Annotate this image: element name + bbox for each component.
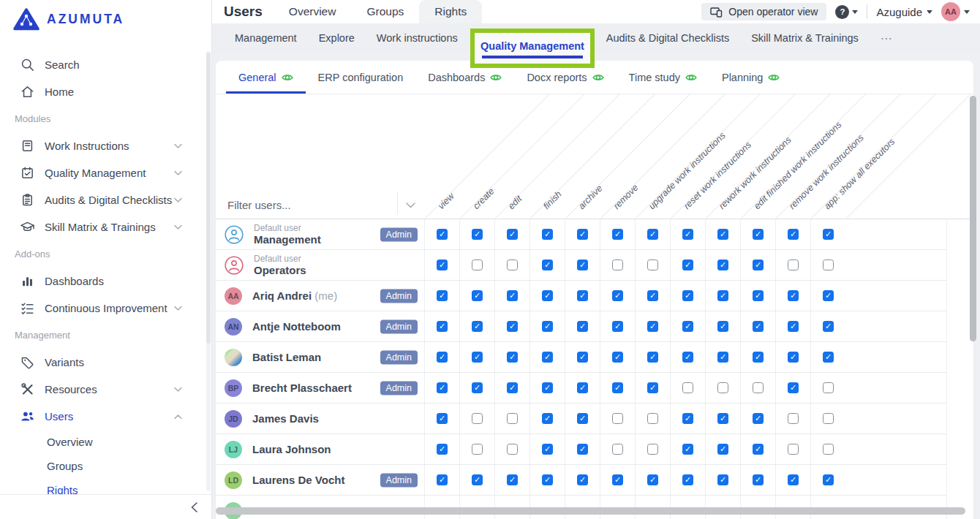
checkbox-edit-checked[interactable] (507, 382, 518, 393)
module-tab-more[interactable]: ⋯ (870, 31, 905, 45)
checkbox-app-show-all-executors-checked[interactable] (823, 290, 834, 301)
checkbox-rework-work-instructions-checked[interactable] (717, 413, 728, 424)
checkbox-finish-checked[interactable] (542, 290, 553, 301)
checkbox-reset-work-instructions-checked[interactable] (682, 321, 693, 332)
checkbox-view-checked[interactable] (437, 382, 448, 393)
checkbox-archive-checked[interactable] (577, 321, 588, 332)
checkbox-finish-checked[interactable] (542, 260, 553, 270)
checkbox-create-checked[interactable] (472, 321, 483, 332)
checkbox-view-checked[interactable] (437, 474, 448, 485)
module-tab-work-instructions[interactable]: Work instructions (366, 32, 469, 44)
checkbox-remove-work-instructions-checked[interactable] (788, 321, 799, 332)
sub-tab-time-study[interactable]: Time study (617, 61, 709, 94)
sidebar-item-resources[interactable]: Resources (0, 376, 206, 403)
checkbox-remove-checked[interactable] (612, 352, 623, 363)
checkbox-rework-work-instructions-unchecked[interactable] (717, 382, 728, 393)
filter-users-input[interactable] (227, 199, 385, 211)
checkbox-archive-checked[interactable] (577, 352, 588, 363)
help-button[interactable]: ? (835, 5, 858, 19)
checkbox-finish-checked[interactable] (542, 382, 553, 393)
checkbox-remove-work-instructions-unchecked[interactable] (788, 444, 799, 455)
checkbox-view-checked[interactable] (437, 229, 448, 240)
sidebar-item-dashboards[interactable]: Dashboards (0, 268, 206, 295)
checkbox-finish-checked[interactable] (542, 444, 553, 455)
checkbox-edit-finished-work-instructions-checked[interactable] (753, 290, 764, 301)
checkbox-remove-work-instructions-checked[interactable] (788, 382, 799, 393)
checkbox-edit-unchecked[interactable] (507, 413, 518, 424)
checkbox-edit-finished-work-instructions-checked[interactable] (753, 321, 764, 332)
checkbox-archive-checked[interactable] (577, 444, 588, 455)
checkbox-reset-work-instructions-checked[interactable] (682, 474, 693, 485)
checkbox-edit-finished-work-instructions-unchecked[interactable] (753, 382, 764, 393)
checkbox-remove-work-instructions-checked[interactable] (788, 229, 799, 240)
checkbox-upgrade-work-instructions-checked[interactable] (647, 321, 658, 332)
checkbox-archive-checked[interactable] (577, 260, 588, 270)
azumuta-logo[interactable]: AZUMUTA (13, 8, 124, 31)
checkbox-app-show-all-executors-unchecked[interactable] (823, 444, 834, 455)
checkbox-upgrade-work-instructions-checked[interactable] (647, 229, 658, 240)
checkbox-finish-checked[interactable] (542, 229, 553, 240)
open-operator-view-button[interactable]: Open operator view (701, 3, 826, 20)
checkbox-app-show-all-executors-checked[interactable] (823, 229, 834, 240)
checkbox-create-checked[interactable] (472, 474, 483, 485)
checkbox-view-checked[interactable] (437, 290, 448, 301)
checkbox-remove-checked[interactable] (612, 474, 623, 485)
checkbox-create-unchecked[interactable] (472, 444, 483, 455)
checkbox-rework-work-instructions-checked[interactable] (717, 260, 728, 270)
checkbox-archive-checked[interactable] (577, 413, 588, 424)
sidebar-item-search[interactable]: Search (0, 51, 206, 78)
checkbox-remove-checked[interactable] (612, 229, 623, 240)
checkbox-rework-work-instructions-checked[interactable] (717, 474, 728, 485)
module-tab-skill-matrix-trainings[interactable]: Skill Matrix & Trainings (740, 32, 870, 44)
top-tab-groups[interactable]: Groups (351, 0, 419, 23)
horizontal-scrollbar-thumb[interactable] (216, 507, 965, 515)
checkbox-create-checked[interactable] (472, 229, 483, 240)
checkbox-edit-finished-work-instructions-checked[interactable] (753, 229, 764, 240)
sidebar-item-rights[interactable]: Rights (0, 478, 206, 494)
sidebar-item-skill-matrix-trainings[interactable]: Skill Matrix & Trainings (0, 213, 206, 240)
checkbox-finish-checked[interactable] (542, 413, 553, 424)
checkbox-reset-work-instructions-checked[interactable] (682, 290, 693, 301)
module-tab-explore[interactable]: Explore (308, 32, 366, 44)
checkbox-create-checked[interactable] (472, 382, 483, 393)
checkbox-view-checked[interactable] (437, 321, 448, 332)
sidebar-item-home[interactable]: Home (0, 78, 206, 105)
module-tab-audits-digital-checklists[interactable]: Audits & Digital Checklists (595, 32, 740, 44)
checkbox-finish-checked[interactable] (542, 321, 553, 332)
checkbox-upgrade-work-instructions-checked[interactable] (647, 382, 658, 393)
sidebar-item-continuous-improvement[interactable]: Continuous Improvement (0, 295, 206, 322)
checkbox-app-show-all-executors-unchecked[interactable] (823, 260, 834, 270)
checkbox-view-checked[interactable] (437, 444, 448, 455)
checkbox-app-show-all-executors-unchecked[interactable] (823, 382, 834, 393)
checkbox-edit-checked[interactable] (507, 474, 518, 485)
checkbox-upgrade-work-instructions-unchecked[interactable] (647, 260, 658, 270)
checkbox-rework-work-instructions-checked[interactable] (717, 290, 728, 301)
checkbox-remove-checked[interactable] (612, 290, 623, 301)
sidebar-item-quality-management[interactable]: Quality Management (0, 159, 206, 186)
checkbox-edit-finished-work-instructions-checked[interactable] (753, 474, 764, 485)
checkbox-reset-work-instructions-checked[interactable] (682, 229, 693, 240)
sub-tab-planning[interactable]: Planning (709, 61, 792, 94)
checkbox-edit-checked[interactable] (507, 352, 518, 363)
checkbox-app-show-all-executors-checked[interactable] (823, 352, 834, 363)
sub-tab-erp-configuration[interactable]: ERP configuration (306, 61, 416, 94)
checkbox-reset-work-instructions-unchecked[interactable] (682, 382, 693, 393)
checkbox-edit-checked[interactable] (507, 290, 518, 301)
vertical-scrollbar-thumb[interactable] (970, 96, 976, 341)
sidebar-scrollbar-thumb[interactable] (206, 53, 211, 344)
sidebar-collapse-button[interactable] (186, 500, 201, 515)
checkbox-upgrade-work-instructions-checked[interactable] (647, 290, 658, 301)
checkbox-remove-work-instructions-checked[interactable] (788, 290, 799, 301)
sidebar-item-work-instructions[interactable]: Work Instructions (0, 132, 206, 159)
checkbox-edit-finished-work-instructions-checked[interactable] (753, 444, 764, 455)
checkbox-archive-checked[interactable] (577, 290, 588, 301)
checkbox-finish-checked[interactable] (542, 352, 553, 363)
sub-tab-general[interactable]: General (226, 61, 306, 94)
checkbox-remove-work-instructions-unchecked[interactable] (788, 260, 799, 270)
checkbox-app-show-all-executors-checked[interactable] (823, 321, 834, 332)
checkbox-archive-checked[interactable] (577, 474, 588, 485)
checkbox-edit-checked[interactable] (507, 229, 518, 240)
checkbox-archive-checked[interactable] (577, 382, 588, 393)
checkbox-view-checked[interactable] (437, 413, 448, 424)
checkbox-rework-work-instructions-checked[interactable] (717, 352, 728, 363)
